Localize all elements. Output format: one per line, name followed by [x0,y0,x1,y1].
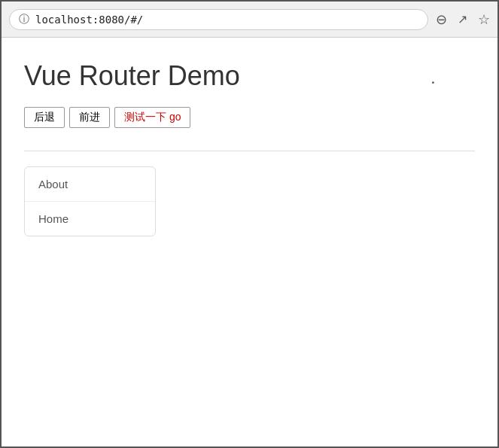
go-button[interactable]: 测试一下 go [114,107,190,128]
divider [24,151,475,151]
address-text: localhost:8080/#/ [35,14,143,26]
browser-chrome: ⓘ localhost:8080/#/ ⊖ ↗ ☆ [2,2,497,38]
share-icon[interactable]: ↗ [458,12,467,26]
page-title: Vue Router Demo [24,60,475,92]
zoom-out-icon[interactable]: ⊖ [436,11,447,28]
address-bar[interactable]: ⓘ localhost:8080/#/ [9,9,428,30]
info-icon: ⓘ [19,13,29,26]
browser-actions: ⊖ ↗ ☆ [436,11,490,28]
browser-window: ⓘ localhost:8080/#/ ⊖ ↗ ☆ ⬝ Vue Router D… [0,0,499,448]
nav-menu: About Home [24,166,156,236]
nav-buttons: 后退 前进 测试一下 go [24,107,475,128]
nav-item-about[interactable]: About [25,167,155,202]
nav-item-home[interactable]: Home [25,202,155,236]
bookmark-icon[interactable]: ☆ [478,11,490,28]
forward-button[interactable]: 前进 [69,107,110,128]
back-button[interactable]: 后退 [24,107,65,128]
page-content: ⬝ Vue Router Demo 后退 前进 测试一下 go About Ho… [2,38,497,446]
